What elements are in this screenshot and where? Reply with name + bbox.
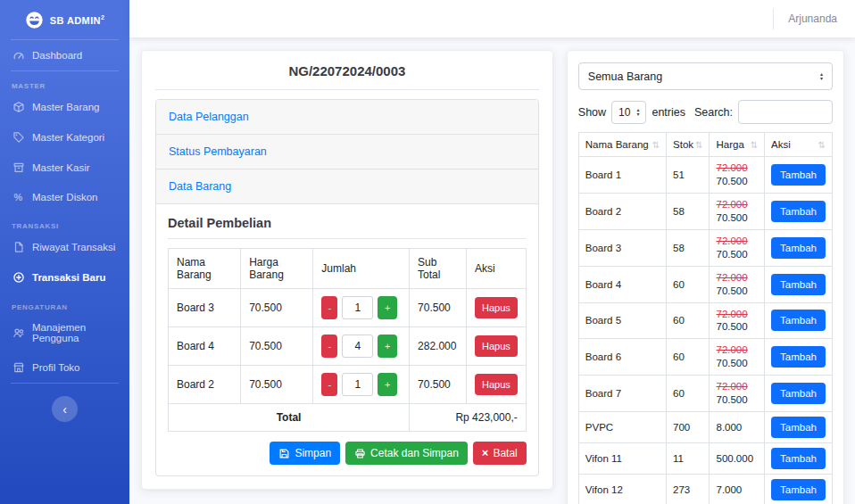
chevron-left-icon: ‹ bbox=[62, 402, 67, 417]
sidebar-item-profil-toko[interactable]: Profil Toko bbox=[0, 352, 129, 383]
column-aksi: Aksi bbox=[466, 249, 526, 289]
product-stock: 58 bbox=[667, 229, 710, 266]
save-icon bbox=[278, 448, 290, 459]
old-price: 72.000 bbox=[716, 198, 758, 211]
decrease-qty-button[interactable]: - bbox=[321, 296, 337, 319]
column-harga[interactable]: Harga⇅ bbox=[710, 133, 765, 157]
sidebar-collapse-button[interactable]: ‹ bbox=[52, 396, 78, 422]
brand-label: SB ADMIN2 bbox=[50, 14, 104, 26]
quantity-stepper: - + bbox=[321, 373, 401, 396]
box-icon bbox=[12, 101, 25, 113]
product-name: Vifon 12 bbox=[578, 475, 666, 504]
column-jumlah: Jumlah bbox=[313, 249, 410, 289]
quantity-input[interactable] bbox=[342, 335, 373, 358]
current-price: 70.500 bbox=[716, 211, 758, 225]
product-name: Board 6 bbox=[578, 339, 666, 376]
products-card: Semua Barang ▴▾ Show 10 ▴▾ entries Searc… bbox=[567, 50, 844, 504]
current-price: 70.500 bbox=[716, 393, 758, 407]
form-actions: Simpan Cetak dan Simpan bbox=[168, 442, 527, 465]
tambah-button[interactable]: Tambah bbox=[771, 417, 826, 438]
quantity-stepper: - + bbox=[321, 335, 401, 358]
increase-qty-button[interactable]: + bbox=[378, 373, 397, 396]
transaction-form: Data Pelanggan Status Pembayaran Data Ba… bbox=[155, 99, 539, 476]
quantity-input[interactable] bbox=[342, 373, 373, 396]
product-stock: 60 bbox=[667, 376, 710, 412]
tambah-button[interactable]: Tambah bbox=[771, 448, 826, 469]
column-stok[interactable]: Stok⇅ bbox=[667, 133, 710, 157]
total-value: Rp 423,000,- bbox=[410, 404, 527, 432]
table-row: Board 2 58 72.00070.500 Tambah bbox=[578, 193, 832, 229]
sidebar-item-master-kategori[interactable]: Master Kategori bbox=[0, 122, 129, 153]
user-menu[interactable]: Arjunanda bbox=[788, 12, 837, 25]
decrease-qty-button[interactable]: - bbox=[321, 335, 337, 358]
table-row: Vifon 12 273 7.000 Tambah bbox=[578, 475, 832, 504]
percent-icon: % bbox=[12, 192, 25, 202]
hapus-button[interactable]: Hapus bbox=[475, 335, 518, 357]
quantity-input[interactable] bbox=[342, 296, 373, 319]
table-row: Board 4 70.500 - + bbox=[169, 327, 527, 366]
printer-icon bbox=[354, 448, 366, 459]
table-row: Board 7 60 72.00070.500 Tambah bbox=[578, 376, 832, 412]
tag-icon bbox=[12, 131, 25, 144]
select-arrows-icon: ▴▾ bbox=[636, 108, 639, 117]
item-price: 70.500 bbox=[241, 327, 313, 366]
accordion-link[interactable]: Data Pelanggan bbox=[169, 111, 249, 123]
page-size-select[interactable]: 10 ▴▾ bbox=[611, 101, 646, 124]
tambah-button[interactable]: Tambah bbox=[771, 310, 826, 331]
accordion-data-barang[interactable]: Data Barang bbox=[156, 169, 538, 204]
search-input[interactable] bbox=[738, 100, 833, 124]
tambah-button[interactable]: Tambah bbox=[771, 479, 826, 500]
column-nama-barang[interactable]: Nama Barang⇅ bbox=[578, 133, 666, 157]
brand[interactable]: SB ADMIN2 bbox=[0, 0, 129, 39]
product-stock: 60 bbox=[667, 266, 710, 302]
product-name: Vifon 11 bbox=[578, 443, 666, 475]
increase-qty-button[interactable]: + bbox=[378, 296, 397, 319]
sidebar-item-manajemen-pengguna[interactable]: Manajemen Pengguna bbox=[0, 313, 129, 352]
tambah-button[interactable]: Tambah bbox=[771, 274, 826, 295]
tambah-button[interactable]: Tambah bbox=[771, 164, 826, 186]
store-icon bbox=[12, 361, 25, 374]
tambah-button[interactable]: Tambah bbox=[771, 346, 826, 368]
sidebar-item-dashboard[interactable]: Dashboard bbox=[0, 40, 129, 70]
sidebar-item-master-barang[interactable]: Master Barang bbox=[0, 92, 129, 122]
close-icon: × bbox=[482, 449, 489, 458]
category-filter-select[interactable]: Semua Barang ▴▾ bbox=[578, 62, 833, 90]
table-header-row: Nama Barang⇅ Stok⇅ Harga⇅ Aksi⇅ bbox=[578, 133, 832, 157]
sidebar-heading-pengaturan: PENGATURAN bbox=[0, 293, 129, 313]
invoice-number: NG/22072024/0003 bbox=[155, 63, 539, 89]
accordion-link[interactable]: Status Pembayaran bbox=[169, 145, 267, 158]
column-harga-barang: Harga Barang bbox=[241, 249, 313, 289]
accordion-link[interactable]: Data Barang bbox=[169, 180, 231, 193]
tambah-button[interactable]: Tambah bbox=[771, 237, 826, 259]
decrease-qty-button[interactable]: - bbox=[321, 373, 337, 396]
item-price: 70.500 bbox=[241, 366, 313, 404]
entries-label: entries bbox=[652, 106, 685, 119]
sidebar-item-master-kasir[interactable]: Master Kasir bbox=[0, 153, 129, 183]
product-stock: 51 bbox=[667, 157, 710, 194]
item-name: Board 2 bbox=[169, 366, 241, 404]
hapus-button[interactable]: Hapus bbox=[475, 374, 518, 395]
sidebar-item-riwayat-transaksi[interactable]: Riwayat Transaksi bbox=[0, 232, 129, 262]
divider bbox=[155, 89, 539, 90]
column-aksi[interactable]: Aksi⇅ bbox=[765, 133, 833, 157]
cetak-dan-simpan-button[interactable]: Cetak dan Simpan bbox=[345, 442, 468, 465]
tambah-button[interactable]: Tambah bbox=[771, 383, 826, 404]
hapus-button[interactable]: Hapus bbox=[475, 297, 518, 318]
batal-button[interactable]: × Batal bbox=[473, 442, 527, 465]
table-row: PVPC 700 8.000 Tambah bbox=[578, 412, 832, 443]
accordion-status-pembayaran[interactable]: Status Pembayaran bbox=[156, 135, 538, 169]
product-stock: 60 bbox=[667, 339, 710, 376]
sort-icon: ⇅ bbox=[818, 140, 826, 150]
sidebar-item-master-diskon[interactable]: % Master Diskon bbox=[0, 183, 129, 211]
accordion-data-pelanggan[interactable]: Data Pelanggan bbox=[156, 100, 538, 135]
old-price: 72.000 bbox=[716, 308, 758, 321]
tambah-button[interactable]: Tambah bbox=[771, 201, 826, 222]
sidebar-item-transaksi-baru[interactable]: Transaksi Baru bbox=[0, 262, 129, 293]
old-price: 72.000 bbox=[716, 380, 758, 393]
increase-qty-button[interactable]: + bbox=[378, 335, 397, 358]
topbar: Arjunanda bbox=[129, 0, 855, 37]
simpan-button[interactable]: Simpan bbox=[270, 442, 340, 465]
current-price: 70.500 bbox=[716, 320, 758, 334]
old-price: 72.000 bbox=[716, 271, 758, 285]
total-row: Total Rp 423,000,- bbox=[169, 404, 527, 432]
